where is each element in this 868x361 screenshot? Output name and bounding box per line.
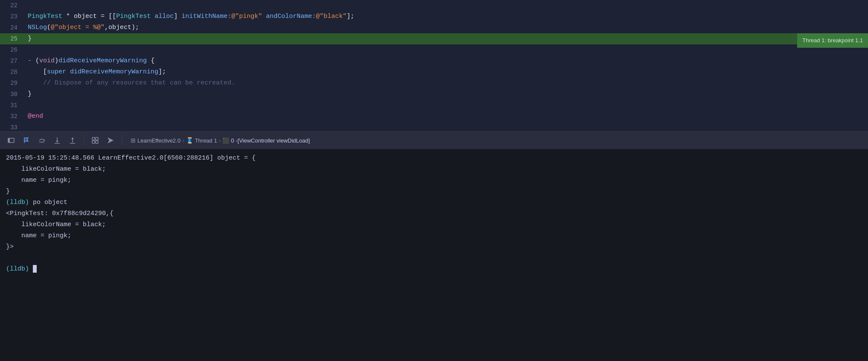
- console-result: <PingkTest: 0x7f88c9d24290,{ likeColorNa…: [6, 210, 114, 250]
- send-icon: [107, 137, 114, 144]
- code-line-32: 32 @end: [0, 111, 868, 122]
- line-content-23: PingkTest * object = [[PingkTest alloc] …: [23, 11, 868, 22]
- code-line-25: 25 } Thread 1: breakpoint 1.1: [0, 33, 868, 44]
- step-out-button[interactable]: [66, 134, 79, 147]
- line-number-25: 25: [0, 33, 23, 44]
- step-over-icon: [38, 136, 46, 145]
- line-content-28: [super didReceiveMemoryWarning];: [23, 67, 868, 78]
- line-number-30: 30: [0, 89, 23, 100]
- toolbar-separator-2: [122, 136, 122, 145]
- view-toggle-button[interactable]: [88, 134, 102, 147]
- view-toggle-icon: [91, 137, 99, 144]
- code-line-33: 33: [0, 122, 868, 131]
- step-into-button[interactable]: [50, 134, 64, 147]
- breadcrumb-thread-label: Thread 1: [195, 137, 217, 144]
- console-command-1: po object: [33, 199, 67, 206]
- grid-icon: ⊞: [131, 137, 136, 144]
- svg-rect-1: [8, 138, 10, 143]
- console-area: 2015-05-19 15:25:48.566 LearnEffective2.…: [0, 149, 868, 361]
- code-line-28: 28 [super didReceiveMemoryWarning];: [0, 67, 868, 78]
- code-editor: 22 23 PingkTest * object = [[PingkTest a…: [0, 0, 868, 131]
- thread-icon: 🧵: [186, 137, 193, 144]
- line-number-29: 29: [0, 78, 23, 89]
- svg-marker-2: [44, 140, 45, 141]
- hide-panel-button[interactable]: [4, 134, 18, 147]
- line-number-26: 26: [0, 44, 23, 55]
- line-content-31: [23, 100, 868, 111]
- line-number-22: 22: [0, 0, 23, 11]
- svg-rect-11: [96, 137, 98, 140]
- code-line-30: 30 }: [0, 89, 868, 100]
- console-line-1: 2015-05-19 15:25:48.566 LearnEffective2.…: [6, 154, 256, 195]
- line-number-24: 24: [0, 22, 23, 33]
- line-content-33: [23, 122, 868, 131]
- breadcrumb-thread[interactable]: 🧵 Thread 1: [186, 137, 217, 144]
- code-line-24: 24 NSLog(@"object = %@",object);: [0, 22, 868, 33]
- flag-icon: [23, 137, 30, 144]
- svg-marker-8: [71, 137, 74, 139]
- console-prompt-2: (lldb): [6, 265, 33, 273]
- code-line-23: 23 PingkTest * object = [[PingkTest allo…: [0, 11, 868, 22]
- line-content-26: [23, 44, 868, 55]
- line-content-32: @end: [23, 111, 868, 122]
- breadcrumb-project[interactable]: LearnEffective2.0: [137, 137, 181, 144]
- line-content-27: - (void)didReceiveMemoryWarning {: [23, 55, 868, 67]
- breadcrumb-project-label: LearnEffective2.0: [137, 137, 181, 144]
- step-over-button[interactable]: [35, 134, 49, 147]
- breadcrumb-frame-label: 0 -[ViewController viewDidLoad]: [231, 137, 310, 144]
- line-number-31: 31: [0, 100, 23, 111]
- line-content-30: }: [23, 89, 868, 100]
- code-lines: 22 23 PingkTest * object = [[PingkTest a…: [0, 0, 868, 131]
- breadcrumb-sep-1: ›: [182, 137, 184, 144]
- hide-panel-icon: [7, 137, 15, 144]
- line-number-32: 32: [0, 111, 23, 122]
- line-number-27: 27: [0, 55, 23, 67]
- code-line-27: 27 - (void)didReceiveMemoryWarning {: [0, 55, 868, 67]
- line-content-29: // Dispose of any resources that can be …: [23, 78, 868, 89]
- line-content-25: }: [23, 33, 868, 44]
- breadcrumb: ⊞ LearnEffective2.0 › 🧵 Thread 1 › ⬛ 0 -…: [131, 137, 310, 144]
- breadcrumb-sep-2: ›: [219, 137, 221, 144]
- svg-marker-5: [56, 141, 58, 143]
- code-line-26: 26: [0, 44, 868, 55]
- toolbar-separator-1: [84, 136, 84, 145]
- code-line-22: 22: [0, 0, 868, 11]
- line-content-24: NSLog(@"object = %@",object);: [23, 22, 868, 33]
- send-button[interactable]: [104, 134, 117, 147]
- line-content-22: [23, 0, 868, 11]
- code-line-31: 31: [0, 100, 868, 111]
- console-cursor: [33, 265, 37, 273]
- breakpoint-badge: Thread 1: breakpoint 1.1: [797, 33, 868, 48]
- debug-toolbar: ⊞ LearnEffective2.0 › 🧵 Thread 1 › ⬛ 0 -…: [0, 131, 868, 149]
- frame-icon: ⬛: [222, 137, 229, 144]
- svg-rect-12: [92, 141, 95, 143]
- console-output: 2015-05-19 15:25:48.566 LearnEffective2.…: [6, 153, 862, 275]
- flag-button[interactable]: [20, 134, 33, 147]
- code-line-29: 29 // Dispose of any resources that can …: [0, 78, 868, 89]
- line-number-23: 23: [0, 11, 23, 22]
- svg-rect-10: [92, 137, 95, 140]
- svg-rect-13: [96, 141, 98, 143]
- line-number-33: 33: [0, 122, 23, 131]
- console-prompt-1: (lldb): [6, 199, 33, 206]
- svg-marker-14: [108, 137, 114, 143]
- line-number-28: 28: [0, 67, 23, 78]
- breadcrumb-frame[interactable]: ⬛ 0 -[ViewController viewDidLoad]: [222, 137, 310, 144]
- step-out-icon: [68, 136, 77, 145]
- step-into-icon: [53, 136, 61, 145]
